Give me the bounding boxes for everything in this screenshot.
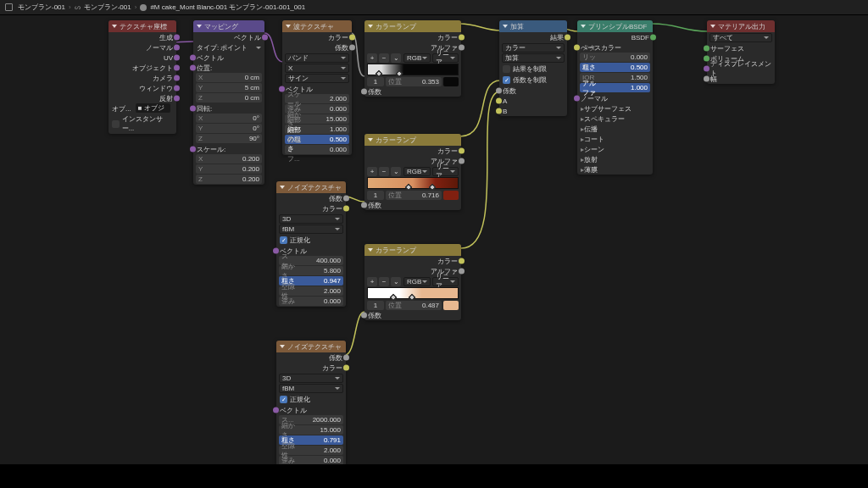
socket-out[interactable]: [174, 96, 180, 102]
node-header[interactable]: テクスチャ座標: [108, 20, 176, 32]
node-principled-bsdf[interactable]: プリンシプルBSDF BSDF ベースカラー メタリック0.000 粗さ0.50…: [577, 20, 653, 175]
noise-distort[interactable]: 歪み0.000: [279, 297, 343, 306]
socket-out[interactable]: [459, 269, 465, 274]
node-editor-canvas[interactable]: テクスチャ座標 生成 ノーマル UV オブジェクト カメラ ウィンドウ 反射 オ…: [0, 15, 868, 464]
node-header[interactable]: 波テクスチャ: [282, 20, 352, 32]
socket-in[interactable]: [574, 96, 580, 102]
socket-out[interactable]: [459, 148, 465, 154]
loc-z[interactable]: Z0 cm: [196, 93, 262, 103]
panel-label[interactable]: 薄膜: [584, 165, 598, 175]
wave-scale[interactable]: スケール2.000: [285, 94, 349, 103]
node-texture-coordinate[interactable]: テクスチャ座標 生成 ノーマル UV オブジェクト カメラ ウィンドウ 反射 オ…: [108, 20, 176, 134]
ramp-color-swatch[interactable]: [443, 77, 459, 86]
rot-y[interactable]: Y0°: [196, 124, 262, 133]
color-ramp-gradient[interactable]: [367, 64, 459, 75]
bsdf-roughness[interactable]: 粗さ0.500: [580, 63, 650, 72]
breadcrumb-item[interactable]: モンブラン-001: [18, 3, 65, 12]
check-clamp-result[interactable]: 結果を制限: [499, 64, 567, 75]
socket-in[interactable]: [190, 147, 196, 152]
socket-out[interactable]: [174, 35, 180, 41]
node-header[interactable]: カラーランプ: [364, 20, 461, 32]
socket-out[interactable]: [349, 45, 355, 51]
dd-dim[interactable]: 3D: [279, 374, 343, 383]
node-color-ramp-2[interactable]: カラーランプ カラー アルファ + − ⌄ RGB リニア 1 位置0.716 …: [364, 134, 461, 210]
socket-in[interactable]: [190, 55, 196, 61]
socket-out[interactable]: [459, 258, 465, 264]
color-ramp-gradient[interactable]: [367, 177, 459, 189]
socket-out[interactable]: [459, 45, 465, 51]
ramp-mode[interactable]: RGB: [403, 277, 431, 286]
panel-label[interactable]: 放射: [584, 155, 598, 164]
socket-in[interactable]: [279, 86, 285, 92]
node-mix-add[interactable]: 加算 結果 カラー 加算 結果を制限 ✓係数を制限 係数 A B: [499, 20, 567, 116]
ramp-add[interactable]: +: [367, 277, 377, 286]
ramp-menu[interactable]: ⌄: [391, 167, 401, 176]
socket-out[interactable]: [565, 35, 570, 41]
check-clamp-factor[interactable]: ✓係数を制限: [499, 75, 567, 86]
socket-out[interactable]: [349, 35, 355, 41]
node-noise-1[interactable]: ノイズテクスチャ 係数 カラー 3D fBM ✓正規化 ベクトル スケ...40…: [276, 181, 346, 307]
bsdf-metallic[interactable]: メタリック0.000: [580, 53, 650, 62]
node-header[interactable]: カラーランプ: [364, 134, 461, 146]
ramp-remove[interactable]: −: [379, 167, 389, 176]
node-material-output[interactable]: マテリアル出力 すべて サーフェス ボリューム ディスプレイスメント 幅: [707, 20, 775, 84]
breadcrumb-item[interactable]: #M cake_Mont Blanc-001 モンブラン-001-001_001: [150, 3, 305, 12]
ramp-color-swatch[interactable]: [443, 301, 459, 310]
node-header[interactable]: カラーランプ: [364, 244, 461, 256]
socket-in[interactable]: [273, 248, 279, 254]
color-ramp-gradient[interactable]: [367, 287, 459, 299]
node-noise-2[interactable]: ノイズテクスチャ 係数 カラー 3D fBM ✓正規化 ベクトル ス...200…: [276, 341, 346, 466]
node-header[interactable]: プリンシプルBSDF: [577, 20, 653, 32]
noise-lacunarity[interactable]: 空隙性2.000: [279, 286, 343, 296]
scale-y[interactable]: Y0.200: [196, 164, 262, 174]
socket-in[interactable]: [361, 202, 367, 208]
socket-in[interactable]: [361, 89, 367, 95]
socket-out[interactable]: [343, 196, 349, 202]
node-header[interactable]: ノイズテクスチャ: [276, 341, 346, 352]
loc-y[interactable]: Y5 cm: [196, 83, 262, 92]
dd-datatype[interactable]: カラー: [502, 43, 565, 53]
socket-in[interactable]: [190, 106, 196, 112]
dd-blendmode[interactable]: 加算: [502, 53, 565, 63]
ramp-index[interactable]: 1: [367, 77, 384, 86]
dd-band[interactable]: バンド: [285, 53, 349, 63]
check-normalize[interactable]: ✓正規化: [276, 394, 346, 405]
socket-out[interactable]: [459, 35, 465, 41]
socket-in[interactable]: [704, 46, 709, 52]
node-mapping[interactable]: マッピング ベクトル タイプ: ポイント ベクトル 位置: X0 cm Y5 c…: [193, 20, 264, 185]
ramp-index[interactable]: 1: [367, 191, 384, 200]
socket-in[interactable]: [496, 88, 502, 94]
socket-out[interactable]: [174, 65, 180, 71]
dd-type[interactable]: fBM: [279, 384, 343, 393]
rot-z[interactable]: Z90°: [196, 134, 262, 143]
socket-out[interactable]: [174, 86, 180, 92]
socket-in[interactable]: [704, 56, 709, 62]
node-color-ramp-3[interactable]: カラーランプ カラー アルファ + − ⌄ RGB リニア 1 位置0.487 …: [364, 244, 461, 320]
socket-in[interactable]: [190, 65, 196, 71]
socket-out[interactable]: [262, 35, 268, 41]
socket-out[interactable]: [343, 206, 349, 212]
dd-profile[interactable]: サイン: [285, 74, 349, 83]
panel-label[interactable]: シーン: [584, 145, 604, 154]
ramp-color-swatch[interactable]: [443, 191, 459, 200]
ramp-menu[interactable]: ⌄: [391, 53, 401, 63]
bsdf-alpha[interactable]: アルファ1.000: [580, 83, 650, 92]
ramp-add[interactable]: +: [367, 53, 377, 63]
socket-in[interactable]: [496, 108, 502, 114]
ramp-add[interactable]: +: [367, 167, 377, 176]
node-header[interactable]: マッピング: [193, 20, 264, 32]
dd-axis[interactable]: X: [285, 64, 349, 73]
check-normalize[interactable]: ✓正規化: [276, 235, 346, 246]
socket-in[interactable]: [496, 98, 502, 104]
noise-detail[interactable]: 細かさ15.000: [279, 425, 343, 435]
ramp-pos[interactable]: 位置0.487: [386, 301, 442, 310]
dd-target[interactable]: すべて: [709, 33, 772, 42]
socket-in[interactable]: [574, 45, 580, 51]
ramp-remove[interactable]: −: [379, 53, 389, 63]
socket-out[interactable]: [174, 55, 180, 61]
panel-label[interactable]: サブサーフェス: [584, 104, 632, 114]
scale-z[interactable]: Z0.200: [196, 175, 262, 184]
node-header[interactable]: 加算: [499, 20, 567, 32]
rot-x[interactable]: X0°: [196, 114, 262, 123]
ramp-pos[interactable]: 位置0.716: [386, 191, 442, 200]
